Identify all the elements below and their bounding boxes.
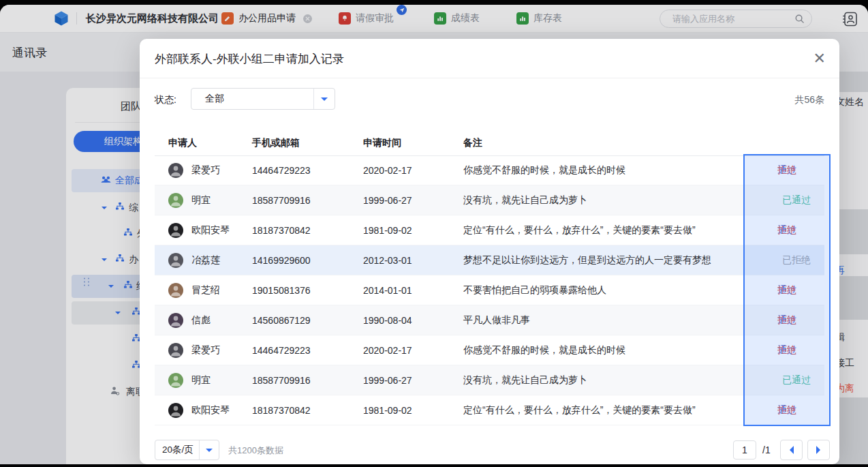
reject-button[interactable]: 拒绝: [777, 284, 796, 297]
actions-cell: 通过拒绝: [745, 155, 829, 185]
arrow-left-icon: [786, 446, 794, 454]
column-header-applicant: 申请人: [168, 137, 197, 149]
contact-value: 18587709916: [252, 195, 311, 206]
next-page-button[interactable]: [807, 440, 830, 460]
avatar: [168, 343, 183, 358]
note-text: 你感觉不舒服的时候，就是成长的时候: [463, 164, 625, 177]
data-total-label: 共1200条数据: [228, 445, 283, 457]
avatar: [168, 373, 183, 388]
table-row: 冶荔莲141699296002012-03-01梦想不足以让你到达远方，但是到达…: [155, 245, 824, 275]
table-row: 明宜185877099161999-06-27没有坑，就先让自己成为萝卜已通过: [155, 185, 824, 215]
column-header-note: 备注: [463, 137, 482, 149]
table-row: 明宜185877099161999-06-27没有坑，就先让自己成为萝卜已通过: [155, 365, 824, 395]
apply-date: 1990-08-04: [363, 315, 412, 326]
table-row: 欧阳安琴181873708421981-09-02定位“有什么，要什么，放弃什么…: [155, 395, 824, 425]
avatar: [168, 403, 183, 418]
status-badge: 已通过: [782, 194, 811, 207]
apply-date: 1981-09-02: [363, 405, 412, 416]
chevron-down-icon: [313, 89, 335, 109]
actions-cell: 通过拒绝: [745, 275, 829, 305]
reject-button[interactable]: 拒绝: [777, 224, 796, 237]
modal-divider: [140, 78, 839, 78]
applicant-name: 信彪: [191, 314, 211, 327]
avatar: [168, 253, 183, 268]
reject-button[interactable]: 拒绝: [777, 344, 796, 357]
apply-date: 1999-06-27: [363, 375, 412, 386]
apply-date: 2020-02-17: [363, 165, 412, 176]
note-text: 平凡人做非凡事: [463, 314, 530, 327]
status-badge: 已拒绝: [782, 254, 811, 267]
note-text: 梦想不足以让你到达远方，但是到达远方的人一定要有梦想: [463, 254, 711, 267]
actions-cell: 通过拒绝: [745, 215, 829, 245]
close-icon[interactable]: ✕: [811, 48, 828, 69]
status-filter-label: 状态:: [155, 94, 176, 106]
applicant-name: 欧阳安琴: [191, 224, 230, 237]
status-badge: 已通过: [782, 374, 811, 387]
applicant-name: 欧阳安琴: [191, 404, 230, 417]
table-row: 冒芝绍190150813762014-01-01不要害怕把自己的弱项暴露给他人通…: [155, 275, 824, 305]
records-count: 共56条: [794, 94, 824, 106]
avatar: [168, 223, 183, 238]
contact-value: 14560867129: [252, 315, 311, 326]
actions-cell: 通过拒绝: [745, 335, 829, 365]
apply-date: 2012-03-01: [363, 255, 412, 266]
reject-button[interactable]: 拒绝: [777, 164, 796, 177]
actions-cell: 已通过: [745, 365, 829, 395]
applicant-name: 明宜: [191, 374, 211, 387]
contact-value: 18187370842: [252, 405, 311, 416]
avatar: [168, 313, 183, 328]
table-row: 梁爱巧144647292232020-02-17你感觉不舒服的时候，就是成长的时…: [155, 335, 824, 365]
applicant-name: 冶荔莲: [191, 254, 220, 267]
approval-records-modal: 外部联系人-外联小组二申请加入记录 ✕ 状态: 全部 共56条 申请人 手机或邮…: [140, 39, 839, 464]
avatar: [168, 193, 183, 208]
prev-page-button[interactable]: [780, 440, 803, 460]
status-select-value: 全部: [191, 93, 313, 105]
note-text: 定位“有什么，要什么，放弃什么”，关键的要素“要去做”: [463, 224, 696, 237]
actions-cell: 已拒绝: [745, 245, 829, 275]
apply-date: 2014-01-01: [363, 285, 412, 296]
apply-date: 2020-02-17: [363, 345, 412, 356]
reject-button[interactable]: 拒绝: [777, 314, 796, 327]
note-text: 你感觉不舒服的时候，就是成长的时候: [463, 344, 625, 357]
avatar: [168, 163, 183, 178]
page-size-value: 20条/页: [155, 444, 199, 456]
actions-cell: 通过拒绝: [745, 305, 829, 335]
applicant-name: 梁爱巧: [191, 344, 220, 357]
table-row: 欧阳安琴181873708421981-09-02定位“有什么，要什么，放弃什么…: [155, 215, 824, 245]
apply-date: 1981-09-02: [363, 225, 412, 236]
reject-button[interactable]: 拒绝: [777, 404, 796, 417]
contact-value: 14169929600: [252, 255, 311, 266]
screen: 长沙异次元网络科技有限公司 办公用品申请请假审批成绩表库存表 通讯录: [0, 0, 868, 467]
column-header-date: 申请时间: [363, 137, 401, 149]
apply-date: 1999-06-27: [363, 195, 412, 206]
chevron-down-icon: [199, 440, 219, 460]
note-text: 没有坑，就先让自己成为萝卜: [463, 374, 587, 387]
avatar: [168, 283, 183, 298]
note-text: 定位“有什么，要什么，放弃什么”，关键的要素“要去做”: [463, 404, 696, 417]
status-select[interactable]: 全部: [191, 88, 335, 110]
applicant-name: 梁爱巧: [191, 164, 220, 177]
contact-value: 19015081376: [252, 285, 311, 296]
page-size-select[interactable]: 20条/页: [155, 440, 219, 460]
page-number-input[interactable]: [733, 440, 756, 460]
table-row: 梁爱巧144647292232020-02-17你感觉不舒服的时候，就是成长的时…: [155, 155, 824, 185]
note-text: 没有坑，就先让自己成为萝卜: [463, 194, 587, 207]
arrow-right-icon: [816, 446, 824, 454]
modal-title: 外部联系人-外联小组二申请加入记录: [155, 51, 344, 67]
page-total-label: /1: [762, 445, 771, 455]
contact-value: 14464729223: [252, 345, 311, 356]
contact-value: 18587709916: [252, 375, 311, 386]
table-row: 信彪145608671291990-08-04平凡人做非凡事通过拒绝: [155, 305, 824, 335]
actions-cell: 已通过: [745, 185, 829, 215]
applicant-name: 明宜: [191, 194, 211, 207]
table-header: 申请人 手机或邮箱 申请时间 备注: [155, 130, 824, 156]
actions-cell: 通过拒绝: [745, 395, 829, 425]
contact-value: 18187370842: [252, 225, 311, 236]
applicant-name: 冒芝绍: [191, 284, 220, 297]
note-text: 不要害怕把自己的弱项暴露给他人: [463, 284, 606, 297]
contact-value: 14464729223: [252, 165, 311, 176]
column-header-contact: 手机或邮箱: [252, 137, 300, 149]
